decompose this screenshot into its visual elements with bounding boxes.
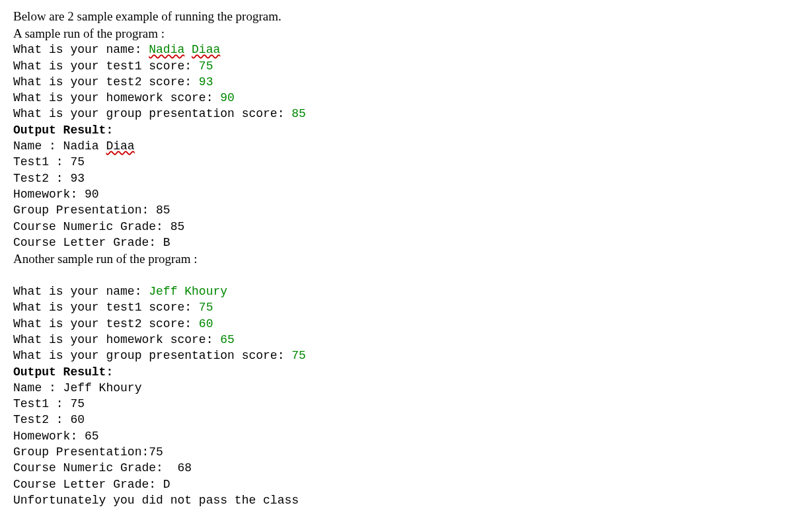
- sample1-prompt-test2: What is your test2 score: 93: [13, 74, 780, 90]
- sample2-out-hw: Homework: 65: [13, 428, 780, 444]
- sample1-prompt-gp: What is your group presentation score: 8…: [13, 106, 780, 122]
- sample1-output-heading: Output Result:: [13, 122, 780, 138]
- prompt2-test2-label: What is your test2 score:: [13, 317, 192, 330]
- blank-line: [13, 268, 780, 284]
- sample2-out-fail: Unfortunately you did not pass the class: [13, 492, 780, 508]
- sample1-prompt-hw: What is your homework score: 90: [13, 90, 780, 106]
- prompt2-name-value: Jeff Khoury: [141, 285, 227, 298]
- sample1-out-name: Name : Nadia Diaa: [13, 138, 780, 154]
- prompt-hw-value: 90: [213, 91, 234, 104]
- prompt-gp-value: 85: [284, 107, 305, 120]
- prompt-gp-label: What is your group presentation score:: [13, 107, 284, 120]
- sample2-prompt-name: What is your name: Jeff Khoury: [13, 284, 780, 299]
- sample2-prompt-gp: What is your group presentation score: 7…: [13, 348, 780, 363]
- prompt2-hw-label: What is your homework score:: [13, 333, 213, 346]
- sample1-prompt-name: What is your name: Nadia Diaa: [13, 42, 780, 57]
- sample2-out-test1: Test1 : 75: [13, 396, 780, 412]
- sample1-out-hw: Homework: 90: [13, 186, 780, 202]
- sample1-prompt-test1: What is your test1 score: 75: [13, 58, 780, 74]
- sample2-heading: Another sample run of the program :: [13, 250, 780, 268]
- prompt-name-first: Nadia: [149, 43, 184, 56]
- prompt-name-last: Diaa: [192, 43, 220, 56]
- sample1-out-gp: Group Presentation: 85: [13, 202, 780, 218]
- sample2-out-gp: Group Presentation:75: [13, 444, 780, 460]
- out-name-label: Name : Nadia: [13, 139, 106, 153]
- sample2-prompt-test2: What is your test2 score: 60: [13, 316, 780, 332]
- sample2-out-test2: Test2 : 60: [13, 412, 780, 428]
- prompt2-gp-value: 75: [284, 349, 305, 362]
- sample2-out-name: Name : Jeff Khoury: [13, 380, 780, 396]
- prompt-name-space: [184, 43, 192, 56]
- sample2-out-letter: Course Letter Grade: D: [13, 476, 780, 492]
- sample1-out-numeric: Course Numeric Grade: 85: [13, 219, 780, 235]
- sample1-heading: A sample run of the program :: [13, 25, 780, 42]
- prompt2-hw-value: 65: [213, 333, 234, 346]
- prompt2-test1-label: What is your test1 score:: [13, 301, 192, 314]
- intro-text: Below are 2 sample example of running th…: [13, 8, 780, 25]
- prompt2-gp-label: What is your group presentation score:: [13, 349, 284, 362]
- prompt-test1-label: What is your test1 score:: [13, 59, 192, 73]
- prompt-test2-label: What is your test2 score:: [13, 75, 192, 89]
- prompt-test1-value: 75: [192, 59, 213, 73]
- prompt-test2-value: 93: [192, 75, 213, 89]
- prompt2-test1-value: 75: [192, 301, 213, 314]
- out-name-last: Diaa: [106, 139, 134, 153]
- sample2-prompt-hw: What is your homework score: 65: [13, 332, 780, 348]
- sample2-output-heading: Output Result:: [13, 364, 780, 380]
- sample1-out-test1: Test1 : 75: [13, 154, 780, 170]
- sample2-out-numeric: Course Numeric Grade: 68: [13, 460, 780, 476]
- sample1-out-test2: Test2 : 93: [13, 171, 780, 186]
- sample1-out-letter: Course Letter Grade: B: [13, 235, 780, 250]
- prompt-hw-label: What is your homework score:: [13, 91, 213, 104]
- prompt2-test2-value: 60: [192, 317, 213, 330]
- sample2-prompt-test1: What is your test1 score: 75: [13, 299, 780, 315]
- prompt-name-label: What is your name:: [13, 43, 149, 56]
- prompt2-name-label: What is your name:: [13, 285, 141, 298]
